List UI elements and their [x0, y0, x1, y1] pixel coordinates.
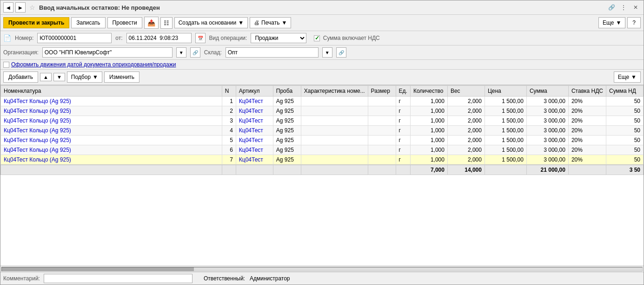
- cell-article[interactable]: Кц04Тест: [236, 106, 273, 116]
- cell-name[interactable]: Кц04Тест Кольцо (Ag 925): [1, 126, 222, 136]
- cell-weight[interactable]: 2,000: [447, 136, 485, 145]
- org-dropdown-icon[interactable]: ▼: [176, 47, 186, 58]
- cell-n[interactable]: 3: [222, 116, 236, 126]
- cell-sum[interactable]: 3 000,00: [526, 116, 568, 126]
- date-input[interactable]: [126, 33, 192, 43]
- cell-n[interactable]: 1: [222, 97, 236, 106]
- table-more-button[interactable]: Еще ▼: [614, 71, 641, 83]
- cell-price[interactable]: 1 500,00: [485, 155, 526, 165]
- cell-size[interactable]: [368, 136, 396, 145]
- cell-size[interactable]: [368, 126, 396, 136]
- cell-vat-sum[interactable]: 50: [606, 145, 644, 155]
- warehouse-dropdown-icon[interactable]: ▼: [322, 47, 332, 58]
- cell-qty[interactable]: 1,000: [410, 145, 447, 155]
- cell-vat[interactable]: 20%: [568, 126, 606, 136]
- cell-price[interactable]: 1 500,00: [485, 136, 526, 145]
- cell-sum[interactable]: 3 000,00: [526, 97, 568, 106]
- cell-price[interactable]: 1 500,00: [485, 145, 526, 155]
- cell-char[interactable]: [301, 126, 368, 136]
- cell-size[interactable]: [368, 145, 396, 155]
- bookmark-icon[interactable]: ☆: [29, 4, 35, 11]
- cell-vat-sum[interactable]: 50: [606, 97, 644, 106]
- cell-probe[interactable]: Ag 925: [273, 136, 301, 145]
- cell-char[interactable]: [301, 145, 368, 155]
- cell-qty[interactable]: 1,000: [410, 155, 447, 165]
- cell-char[interactable]: [301, 136, 368, 145]
- cell-vat[interactable]: 20%: [568, 116, 606, 126]
- cell-qty[interactable]: 1,000: [410, 126, 447, 136]
- vat-checkbox[interactable]: [314, 35, 320, 41]
- cell-probe[interactable]: Ag 925: [273, 106, 301, 116]
- cell-price[interactable]: 1 500,00: [485, 126, 526, 136]
- cell-name[interactable]: Кц04Тест Кольцо (Ag 925): [1, 106, 222, 116]
- link-icon[interactable]: 🔗: [606, 2, 617, 13]
- table-row[interactable]: Кц04Тест Кольцо (Ag 925)3Кц04ТестAg 925г…: [1, 116, 644, 126]
- cell-price[interactable]: 1 500,00: [485, 97, 526, 106]
- post-close-button[interactable]: Провести и закрыть: [3, 17, 69, 28]
- cell-weight[interactable]: 2,000: [447, 155, 485, 165]
- cell-vat[interactable]: 20%: [568, 136, 606, 145]
- cell-unit[interactable]: г: [396, 97, 410, 106]
- cell-sum[interactable]: 3 000,00: [526, 126, 568, 136]
- cell-size[interactable]: [368, 106, 396, 116]
- cell-weight[interactable]: 2,000: [447, 145, 485, 155]
- cell-sum[interactable]: 3 000,00: [526, 155, 568, 165]
- cell-name[interactable]: Кц04Тест Кольцо (Ag 925): [1, 136, 222, 145]
- cell-size[interactable]: [368, 155, 396, 165]
- cell-probe[interactable]: Ag 925: [273, 155, 301, 165]
- cell-n[interactable]: 7: [222, 155, 236, 165]
- cell-price[interactable]: 1 500,00: [485, 116, 526, 126]
- table-row[interactable]: Кц04Тест Кольцо (Ag 925)5Кц04ТестAg 925г…: [1, 136, 644, 145]
- cell-unit[interactable]: г: [396, 116, 410, 126]
- more-button[interactable]: Еще ▼: [598, 17, 625, 28]
- cell-size[interactable]: [368, 116, 396, 126]
- horizontal-scrollbar[interactable]: [0, 266, 644, 272]
- cell-size[interactable]: [368, 97, 396, 106]
- close-icon[interactable]: ✕: [631, 2, 641, 13]
- selection-button[interactable]: Подбор ▼: [67, 71, 102, 83]
- number-input[interactable]: [37, 33, 112, 43]
- cell-article[interactable]: Кц04Тест: [236, 126, 273, 136]
- cell-char[interactable]: [301, 155, 368, 165]
- upload-icon-button[interactable]: 📤: [144, 17, 159, 29]
- cell-vat-sum[interactable]: 50: [606, 155, 644, 165]
- table-row[interactable]: Кц04Тест Кольцо (Ag 925)6Кц04ТестAg 925г…: [1, 145, 644, 155]
- cell-vat[interactable]: 20%: [568, 106, 606, 116]
- cell-name[interactable]: Кц04Тест Кольцо (Ag 925): [1, 145, 222, 155]
- cell-vat-sum[interactable]: 50: [606, 126, 644, 136]
- cell-n[interactable]: 5: [222, 136, 236, 145]
- cell-qty[interactable]: 1,000: [410, 116, 447, 126]
- scrollbar-thumb[interactable]: [2, 267, 194, 271]
- scrollbar-track[interactable]: [1, 267, 643, 272]
- cell-article[interactable]: Кц04Тест: [236, 155, 273, 165]
- calendar-icon[interactable]: 📅: [195, 33, 206, 43]
- cell-vat-sum[interactable]: 50: [606, 136, 644, 145]
- movement-checkbox[interactable]: [3, 62, 9, 68]
- add-button[interactable]: Добавить: [3, 71, 38, 83]
- move-down-button[interactable]: ▼: [53, 73, 65, 81]
- cell-weight[interactable]: 2,000: [447, 126, 485, 136]
- back-button[interactable]: ◀: [3, 2, 13, 13]
- cell-vat[interactable]: 20%: [568, 145, 606, 155]
- cell-weight[interactable]: 2,000: [447, 106, 485, 116]
- cell-char[interactable]: [301, 116, 368, 126]
- cell-vat[interactable]: 20%: [568, 97, 606, 106]
- cell-probe[interactable]: Ag 925: [273, 145, 301, 155]
- warehouse-input[interactable]: [226, 47, 319, 58]
- operation-select[interactable]: Продажи: [251, 33, 306, 43]
- cell-name[interactable]: Кц04Тест Кольцо (Ag 925): [1, 97, 222, 106]
- cell-probe[interactable]: Ag 925: [273, 126, 301, 136]
- cell-article[interactable]: Кц04Тест: [236, 97, 273, 106]
- cell-qty[interactable]: 1,000: [410, 106, 447, 116]
- warehouse-open-icon[interactable]: 🔗: [336, 47, 346, 58]
- cell-char[interactable]: [301, 106, 368, 116]
- cell-unit[interactable]: г: [396, 145, 410, 155]
- table-icon-button[interactable]: ☷: [160, 17, 173, 29]
- cell-price[interactable]: 1 500,00: [485, 106, 526, 116]
- help-button[interactable]: ?: [627, 17, 641, 28]
- cell-name[interactable]: Кц04Тест Кольцо (Ag 925): [1, 116, 222, 126]
- cell-char[interactable]: [301, 97, 368, 106]
- org-open-icon[interactable]: 🔗: [190, 47, 200, 58]
- forward-button[interactable]: ▶: [15, 2, 26, 13]
- cell-article[interactable]: Кц04Тест: [236, 116, 273, 126]
